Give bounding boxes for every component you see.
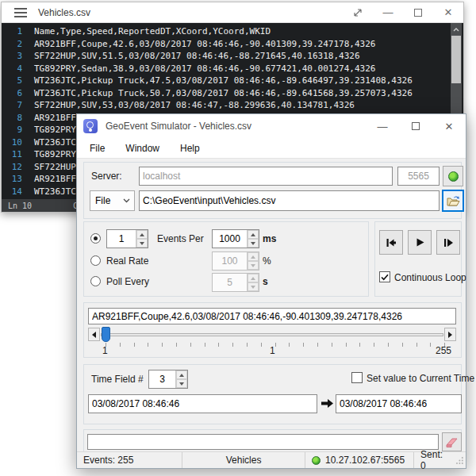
real-rate-radio[interactable]	[90, 255, 101, 266]
line-number: 4	[2, 63, 29, 75]
poll-every-radio[interactable]	[90, 276, 101, 286]
hamburger-menu-icon[interactable]	[14, 8, 27, 17]
line-number: 10	[2, 136, 29, 149]
connected-status-icon	[312, 456, 321, 465]
maximize-icon	[414, 9, 422, 17]
line-number: 8	[2, 112, 29, 125]
server-port-input[interactable]	[397, 167, 440, 186]
eraser-icon	[445, 437, 459, 447]
real-rate-spinner[interactable]: 100	[212, 251, 259, 271]
line-text: SF722HUP	[29, 162, 76, 172]
source-type-value: File	[95, 195, 110, 206]
play-icon	[415, 237, 425, 248]
chevron-down-icon	[123, 198, 130, 203]
editor-line: 7SF722HUP,SUV,53,03/08/2017 08:46:47,-88…	[2, 99, 463, 112]
spin-down-icon[interactable]	[248, 239, 259, 248]
percent-unit-label: %	[263, 255, 271, 267]
geoevent-app-icon	[83, 119, 98, 133]
arrow-right-icon	[448, 332, 452, 338]
menu-help[interactable]: Help	[172, 140, 208, 157]
file-path-input[interactable]	[139, 190, 440, 211]
line-number: 3	[2, 50, 29, 63]
set-current-time-label: Set value to Current Time	[367, 373, 474, 384]
editor-maximize-button[interactable]	[403, 2, 433, 22]
menu-window[interactable]: Window	[117, 140, 167, 157]
simulator-window-title: GeoEvent Simulator - Vehicles.csv	[106, 121, 251, 132]
scrollbar-thumb[interactable]	[451, 36, 461, 83]
slider-left-button[interactable]	[88, 328, 100, 341]
line-number: 7	[2, 99, 29, 112]
events-count-spinner[interactable]: 1	[106, 229, 148, 248]
line-text: AR921BFF	[29, 113, 76, 123]
events-per-radio[interactable]	[90, 233, 101, 244]
menu-file[interactable]: File	[82, 140, 113, 157]
real-rate-label: Real Rate	[106, 255, 148, 267]
continuous-loop-label: Continuous Loop	[394, 272, 466, 283]
line-number: 9	[2, 124, 29, 136]
editor-minimize-button[interactable]: —	[373, 2, 403, 22]
line-text: SF722HUP,SUV,51.5,03/08/2017 08:46:46,-8…	[29, 51, 360, 61]
step-forward-icon	[443, 237, 454, 248]
spin-up-icon	[248, 252, 259, 261]
current-event-input[interactable]	[88, 308, 456, 324]
line-number: 11	[2, 148, 29, 161]
line-text: WT236JTC,Pickup Truck,47.5,03/08/2017 08…	[29, 75, 413, 86]
time-to-input[interactable]	[336, 394, 462, 413]
line-indicator: Ln 10	[8, 202, 32, 210]
line-number: 2	[2, 38, 29, 51]
time-from-input[interactable]	[88, 394, 317, 413]
editor-expand-button[interactable]	[343, 2, 373, 22]
sent-count-status: Sent: 0	[414, 452, 456, 468]
spin-up-icon[interactable]	[176, 370, 187, 379]
line-text: WT236JTC,Pickup Truck,50.7,03/08/2017 08…	[29, 88, 413, 98]
events-count-value: 1	[107, 230, 136, 248]
line-text: TG892PRY,Sedan,38.9,03/08/2017 08:46:46,…	[29, 63, 375, 74]
step-forward-button[interactable]	[436, 230, 460, 255]
progress-bar	[87, 434, 439, 450]
play-button[interactable]	[408, 230, 432, 255]
simulator-minimize-button[interactable]: —	[366, 114, 399, 138]
ms-unit-label: ms	[263, 233, 276, 244]
browse-file-button[interactable]	[442, 190, 464, 212]
spin-up-icon[interactable]	[136, 230, 148, 239]
line-number: 13	[2, 173, 29, 186]
spin-down-icon[interactable]	[176, 379, 187, 388]
editor-line: 1Name,Type,Speed,ReportedDT,XCoord,YCoor…	[2, 25, 463, 38]
spin-up-icon[interactable]	[248, 230, 259, 239]
spin-down-icon[interactable]	[136, 239, 148, 248]
editor-titlebar: Vehicles.csv — ✕	[2, 2, 463, 23]
events-per-label: Events Per	[157, 233, 204, 244]
poll-value: 5	[213, 274, 247, 291]
events-interval-spinner[interactable]: 1000	[212, 229, 259, 248]
check-icon	[381, 274, 389, 281]
seconds-unit-label: s	[263, 276, 268, 287]
skip-to-start-button[interactable]	[379, 230, 403, 255]
continuous-loop-checkbox[interactable]	[379, 271, 390, 282]
resize-grip-icon[interactable]	[456, 456, 464, 464]
simulator-close-button[interactable]: ✕	[432, 114, 466, 138]
set-current-time-checkbox[interactable]	[351, 372, 363, 383]
event-slider-track[interactable]	[101, 333, 443, 336]
server-host-input[interactable]	[139, 167, 393, 186]
time-field-spinner[interactable]: 3	[148, 370, 188, 389]
line-text: SF722HUP,SUV,53,03/08/2017 08:46:47,-88.…	[29, 100, 355, 110]
editor-line: 3SF722HUP,SUV,51.5,03/08/2017 08:46:46,-…	[2, 50, 463, 63]
line-text: Name,Type,Speed,ReportedDT,XCoord,YCoord…	[29, 26, 271, 36]
poll-spinner[interactable]: 5	[212, 273, 259, 292]
editor-close-button[interactable]: ✕	[433, 2, 463, 22]
line-number: 6	[2, 87, 29, 100]
scroll-up-icon[interactable]	[451, 25, 462, 34]
simulator-maximize-button[interactable]	[399, 114, 432, 138]
time-field-label: Time Field #	[91, 374, 144, 385]
server-label: Server:	[91, 171, 122, 182]
connect-button[interactable]	[443, 166, 463, 186]
endpoint-address: 10.27.102.67:5565	[325, 455, 405, 466]
real-rate-value: 100	[213, 252, 247, 270]
source-type-dropdown[interactable]: File	[90, 190, 135, 211]
editor-line: 2AR921BFF,Coupe,42.6,03/08/2017 08:46:46…	[2, 38, 463, 51]
slider-right-button[interactable]	[444, 328, 456, 341]
skip-to-start-icon	[386, 237, 397, 248]
editor-line: 6WT236JTC,Pickup Truck,50.7,03/08/2017 0…	[2, 87, 463, 100]
event-slider-thumb[interactable]	[102, 327, 110, 342]
time-field-value: 3	[149, 370, 175, 388]
